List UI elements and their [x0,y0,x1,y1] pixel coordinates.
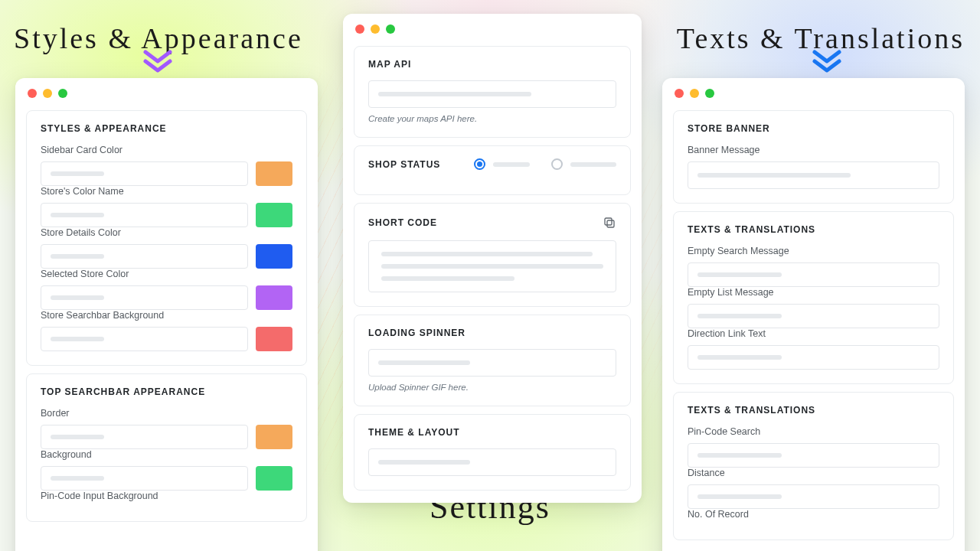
radio-icon [474,158,485,170]
field-empty-list-message: Empty List Message [688,287,939,328]
svg-rect-1 [605,218,612,225]
card-loading-spinner: LOADING SPINNER Upload Spinner GIF here. [354,315,631,406]
color-swatch[interactable] [256,466,292,491]
color-swatch[interactable] [256,425,292,449]
map-api-input[interactable] [368,80,616,108]
field-empty-search-message: Empty Search Message [688,246,939,287]
field-stores-color-name: Store's Color Name [41,186,292,227]
field-label: Banner Message [688,145,939,155]
card-short-code: SHORT CODE [354,203,631,307]
field-store-details-color: Store Details Color [41,227,292,269]
card-texts-translations-1: TEXTS & TRANSLATIONS Empty Search Messag… [673,211,954,384]
color-swatch[interactable] [256,244,292,269]
section-title: MAP API [368,59,616,70]
svg-rect-0 [607,220,614,227]
shop-status-option-on[interactable] [474,158,530,170]
window-settings: MAP API Create your maps API here. SHOP … [343,14,642,503]
short-code-box[interactable] [368,240,616,292]
field-pincode-search: Pin-Code Search [688,426,939,468]
field-sidebar-card-color: Sidebar Card Color [41,145,292,186]
color-text-input[interactable] [41,161,248,186]
card-shop-status: SHOP STATUS [354,145,631,195]
field-distance: Distance [688,468,939,509]
minimize-icon[interactable] [43,89,52,98]
section-title: TEXTS & TRANSLATIONS [688,405,939,416]
card-store-banner: STORE BANNER Banner Message [673,110,954,204]
radio-icon [551,158,563,170]
field-store-searchbar-background: Store Searchbar Background [41,310,292,351]
close-icon[interactable] [675,89,684,98]
color-text-input[interactable] [41,425,248,449]
card-texts-translations-2: TEXTS & TRANSLATIONS Pin-Code Search Dis… [673,392,954,540]
helper-text: Create your maps API here. [368,114,616,123]
color-text-input[interactable] [41,285,248,310]
minimize-icon[interactable] [371,24,380,34]
color-text-input[interactable] [41,466,248,491]
section-title: SHORT CODE [368,217,437,228]
color-text-input[interactable] [41,244,248,269]
field-selected-store-color: Selected Store Color [41,269,292,310]
window-styles-appearance: STYLES & APPEARANCE Sidebar Card Color S… [15,78,318,551]
color-swatch[interactable] [256,285,292,310]
field-no-of-record: No. Of Record [688,509,939,520]
shop-status-option-off[interactable] [551,158,616,170]
section-title: SHOP STATUS [368,159,440,170]
section-title: STYLES & APPEARANCE [41,123,292,134]
close-icon[interactable] [28,89,37,98]
text-input[interactable] [688,484,939,509]
section-title: LOADING SPINNER [368,328,616,338]
maximize-icon[interactable] [386,24,395,34]
card-top-searchbar-appearance: TOP SEARCHBAR APPEARANCE Border Backgrou… [26,373,307,522]
copy-icon[interactable] [603,216,616,230]
section-title: THEME & LAYOUT [368,427,616,438]
maximize-icon[interactable] [705,89,714,98]
section-title: TOP SEARCHBAR APPEARANCE [41,386,292,397]
minimize-icon[interactable] [690,89,699,98]
banner-message-input[interactable] [688,161,939,189]
field-border: Border [41,408,292,449]
text-input[interactable] [688,345,939,370]
window-texts-translations: STORE BANNER Banner Message TEXTS & TRAN… [662,78,965,551]
radio-label-placeholder [493,162,530,167]
radio-label-placeholder [570,162,616,167]
helper-text: Upload Spinner GIF here. [368,383,616,392]
text-input[interactable] [688,443,939,468]
section-title: STORE BANNER [688,123,939,134]
close-icon[interactable] [355,24,364,34]
color-swatch[interactable] [256,327,292,351]
maximize-icon[interactable] [58,89,67,98]
card-styles-appearance: STYLES & APPEARANCE Sidebar Card Color S… [26,110,307,366]
text-input[interactable] [688,262,939,287]
spinner-upload-input[interactable] [368,349,616,377]
card-map-api: MAP API Create your maps API here. [354,46,631,138]
field-pincode-input-background: Pin-Code Input Background [41,491,292,501]
color-swatch[interactable] [256,161,292,186]
color-text-input[interactable] [41,203,248,227]
field-background: Background [41,449,292,491]
color-swatch[interactable] [256,203,292,227]
field-direction-link-text: Direction Link Text [688,328,939,370]
theme-layout-input[interactable] [368,448,616,476]
color-text-input[interactable] [41,327,248,351]
text-input[interactable] [688,304,939,328]
section-title: TEXTS & TRANSLATIONS [688,224,939,235]
card-theme-layout: THEME & LAYOUT [354,414,631,491]
